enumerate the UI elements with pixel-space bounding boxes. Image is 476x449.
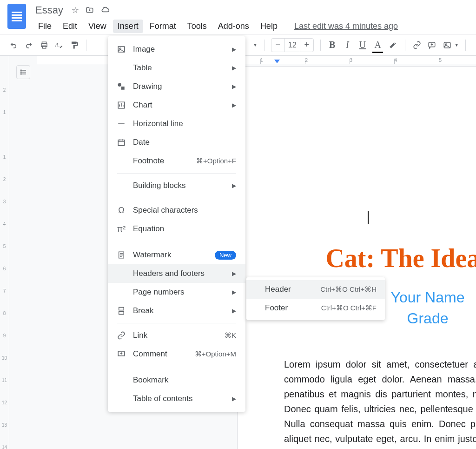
ruler-h-tick: 1 bbox=[260, 57, 305, 63]
ruler-v-tick: 11 bbox=[0, 369, 9, 392]
dd-break[interactable]: Break ▶ bbox=[108, 302, 245, 320]
ruler-v-tick: 13 bbox=[0, 414, 9, 436]
dd-separator bbox=[117, 323, 236, 323]
document-page[interactable]: Cat: The Ideal Pet Your Name Grade Lorem… bbox=[237, 66, 476, 449]
dd-comment[interactable]: Comment ⌘+Option+M bbox=[108, 345, 245, 363]
omega-icon: Ω bbox=[115, 206, 127, 215]
dd-label: Equation bbox=[133, 224, 236, 234]
menu-insert[interactable]: Insert bbox=[113, 20, 143, 33]
submenu-footer[interactable]: Footer Ctrl+⌘O Ctrl+⌘F bbox=[246, 299, 385, 317]
ruler-v-tick: 2 bbox=[0, 168, 9, 191]
paint-format-button[interactable] bbox=[69, 39, 80, 52]
font-dropdown-caret-icon[interactable]: ▼ bbox=[253, 42, 258, 47]
docs-logo-icon[interactable] bbox=[7, 4, 26, 29]
title-area: Essay ☆ File Edit View Insert Format Too… bbox=[33, 4, 403, 33]
last-edit-link[interactable]: Last edit was 4 minutes ago bbox=[290, 20, 403, 33]
star-outline-icon[interactable]: ☆ bbox=[72, 5, 79, 15]
bold-button[interactable]: B bbox=[327, 39, 337, 52]
headers-footers-submenu: Header Ctrl+⌘O Ctrl+⌘H Footer Ctrl+⌘O Ct… bbox=[246, 277, 385, 320]
dd-table[interactable]: Table ▶ bbox=[108, 59, 245, 77]
show-outline-button[interactable] bbox=[16, 65, 30, 79]
dd-label: Footnote bbox=[133, 156, 196, 166]
move-to-folder-icon[interactable] bbox=[86, 6, 94, 14]
dd-footnote[interactable]: Footnote ⌘+Option+F bbox=[108, 152, 245, 170]
image-dropdown-caret-icon[interactable]: ▼ bbox=[454, 42, 459, 47]
dd-date[interactable]: Date bbox=[108, 133, 245, 152]
font-size-decrease-button[interactable]: − bbox=[271, 40, 284, 50]
ruler-h-tick: 3 bbox=[350, 57, 394, 63]
svg-rect-16 bbox=[121, 87, 125, 90]
dd-equation[interactable]: π² Equation bbox=[108, 220, 245, 238]
dd-label: Building blocks bbox=[133, 181, 232, 190]
dd-label: Special characters bbox=[133, 206, 236, 215]
dd-label: Table of contents bbox=[133, 394, 232, 403]
dd-building-blocks[interactable]: Building blocks ▶ bbox=[108, 176, 245, 195]
underline-button[interactable]: U bbox=[357, 39, 368, 52]
menu-addons[interactable]: Add-ons bbox=[213, 20, 254, 33]
indent-marker-icon[interactable] bbox=[274, 60, 280, 63]
chevron-right-icon: ▶ bbox=[232, 65, 236, 71]
separator bbox=[264, 40, 264, 51]
ruler-v-tick: 7 bbox=[0, 280, 9, 302]
insert-image-button[interactable] bbox=[442, 39, 453, 52]
highlight-button[interactable] bbox=[388, 39, 398, 52]
chevron-right-icon: ▶ bbox=[232, 270, 236, 277]
ruler-v-tick: 4 bbox=[0, 213, 9, 235]
dd-label: Image bbox=[133, 45, 232, 54]
svg-rect-12 bbox=[22, 74, 26, 74]
font-size-increase-button[interactable]: + bbox=[300, 40, 313, 50]
dd-table-of-contents[interactable]: Table of contents ▶ bbox=[108, 389, 245, 408]
watermark-icon bbox=[115, 251, 127, 259]
document-title[interactable]: Essay bbox=[33, 4, 65, 16]
text-cursor bbox=[368, 211, 369, 224]
ruler-h-tick: 5 bbox=[439, 57, 476, 63]
cloud-saved-icon[interactable] bbox=[100, 6, 110, 15]
menu-help[interactable]: Help bbox=[256, 20, 282, 33]
ruler-v-tick: 12 bbox=[0, 392, 9, 414]
dd-horizontal-line[interactable]: Horizontal line bbox=[108, 114, 245, 133]
essay-body[interactable]: Lorem ipsum dolor sit amet, consectetuer… bbox=[284, 357, 476, 449]
dd-headers-footers[interactable]: Headers and footers ▶ bbox=[108, 264, 245, 283]
undo-button[interactable] bbox=[8, 39, 19, 52]
text-color-button[interactable]: A bbox=[372, 39, 383, 52]
chevron-right-icon: ▶ bbox=[232, 395, 236, 402]
separator bbox=[320, 40, 321, 51]
dd-watermark[interactable]: Watermark New bbox=[108, 246, 245, 264]
insert-comment-button[interactable] bbox=[427, 39, 437, 52]
insert-link-button[interactable] bbox=[411, 39, 422, 52]
dd-separator bbox=[117, 198, 236, 198]
menu-format[interactable]: Format bbox=[145, 20, 181, 33]
dd-label: Link bbox=[133, 331, 225, 340]
italic-button[interactable]: I bbox=[342, 39, 353, 52]
menubar: File Edit View Insert Format Tools Add-o… bbox=[33, 20, 403, 33]
dd-chart[interactable]: Chart ▶ bbox=[108, 96, 245, 114]
menu-tools[interactable]: Tools bbox=[183, 20, 212, 33]
svg-rect-24 bbox=[119, 308, 124, 310]
submenu-header[interactable]: Header Ctrl+⌘O Ctrl+⌘H bbox=[246, 280, 385, 299]
menu-view[interactable]: View bbox=[84, 20, 111, 33]
font-size-value[interactable]: 12 bbox=[284, 39, 300, 52]
menu-edit[interactable]: Edit bbox=[58, 20, 82, 33]
dd-bookmark[interactable]: Bookmark bbox=[108, 371, 245, 389]
print-button[interactable] bbox=[39, 39, 49, 52]
dd-gap bbox=[108, 363, 245, 371]
image-icon bbox=[115, 45, 127, 54]
break-icon bbox=[115, 307, 127, 315]
dd-image[interactable]: Image ▶ bbox=[108, 40, 245, 59]
separator bbox=[86, 40, 86, 51]
menu-file[interactable]: File bbox=[33, 20, 56, 33]
drawing-icon bbox=[115, 82, 127, 91]
redo-button[interactable] bbox=[24, 39, 34, 52]
dd-link[interactable]: Link ⌘K bbox=[108, 326, 245, 345]
dd-special-chars[interactable]: Ω Special characters bbox=[108, 201, 245, 220]
ruler-v-tick: 5 bbox=[0, 235, 9, 258]
dd-drawing[interactable]: Drawing ▶ bbox=[108, 77, 245, 96]
horizontal-ruler: 1 2 3 4 5 6 7 bbox=[37, 56, 476, 64]
ruler-v-tick: 10 bbox=[0, 347, 9, 369]
spellcheck-button[interactable]: A bbox=[54, 39, 65, 52]
svg-rect-8 bbox=[22, 70, 26, 70]
chevron-right-icon: ▶ bbox=[232, 102, 236, 108]
essay-title[interactable]: Cat: The Ideal Pet bbox=[284, 243, 476, 273]
dd-page-numbers[interactable]: Page numbers ▶ bbox=[108, 283, 245, 302]
svg-point-15 bbox=[118, 83, 122, 87]
